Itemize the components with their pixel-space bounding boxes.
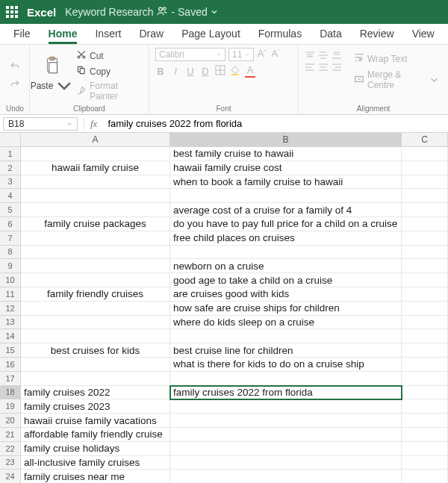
document-title[interactable]: Keyword Research - Saved (65, 5, 218, 19)
cell[interactable] (170, 456, 402, 470)
cell[interactable] (402, 386, 448, 400)
cell[interactable] (402, 175, 448, 190)
cell[interactable] (21, 147, 170, 161)
cell[interactable]: newborn on a cruise (170, 259, 402, 273)
tab-formulas[interactable]: Formulas (249, 25, 311, 44)
cell[interactable] (402, 203, 448, 217)
row-header[interactable]: 15 (0, 343, 21, 358)
cell[interactable]: affordable family friendly cruise (21, 428, 170, 442)
formula-input[interactable] (103, 117, 448, 130)
row-header[interactable]: 6 (0, 217, 21, 231)
copy-button[interactable]: Copy (73, 63, 143, 79)
cell[interactable]: family cruise packages (21, 217, 170, 231)
cell[interactable] (170, 399, 402, 414)
cell[interactable] (402, 231, 448, 246)
select-all-corner[interactable] (0, 133, 21, 147)
cell[interactable]: hawaii family cruise cost (170, 161, 402, 175)
cell[interactable] (21, 302, 170, 316)
row-header[interactable]: 2 (0, 161, 21, 175)
cell[interactable] (402, 302, 448, 316)
row-header[interactable]: 22 (0, 442, 21, 456)
cell[interactable]: family cruises near me (21, 470, 170, 483)
row-header[interactable]: 8 (0, 246, 21, 260)
cell[interactable] (402, 456, 448, 470)
cell[interactable] (402, 316, 448, 330)
cell[interactable] (21, 329, 170, 343)
fx-icon[interactable]: fx (84, 118, 103, 130)
undo-button[interactable] (7, 60, 23, 73)
cell[interactable] (402, 329, 448, 343)
cell[interactable] (402, 358, 448, 372)
cell[interactable] (170, 442, 402, 456)
tab-page-layout[interactable]: Page Layout (172, 25, 249, 44)
decrease-font-button[interactable]: Aˇ (270, 48, 281, 61)
cell[interactable] (21, 231, 170, 246)
cell[interactable] (170, 428, 402, 442)
cell[interactable] (402, 161, 448, 175)
row-header[interactable]: 14 (0, 329, 21, 343)
tab-data[interactable]: Data (311, 25, 351, 44)
underline-button[interactable]: U (185, 66, 196, 77)
row-header[interactable]: 16 (0, 358, 21, 372)
font-size-select[interactable]: 11 (228, 48, 254, 61)
column-header[interactable]: C (402, 133, 448, 147)
cell[interactable]: where do kids sleep on a cruise (170, 316, 402, 330)
cell[interactable] (170, 372, 402, 386)
cell[interactable]: are cruises good with kids (170, 287, 402, 302)
row-header[interactable]: 21 (0, 428, 21, 442)
fill-color-button[interactable] (230, 65, 240, 78)
cell[interactable]: best cruise line for children (170, 343, 402, 358)
app-launcher-icon[interactable] (6, 6, 18, 18)
cell[interactable] (21, 189, 170, 203)
cell[interactable]: best cruises for kids (21, 343, 170, 358)
format-painter-button[interactable]: Format Painter (73, 79, 143, 103)
cell[interactable] (402, 189, 448, 203)
cell[interactable] (21, 273, 170, 287)
row-header[interactable]: 10 (0, 273, 21, 287)
font-color-button[interactable]: A (245, 64, 255, 78)
cell[interactable] (21, 175, 170, 190)
cell[interactable] (170, 189, 402, 203)
cell[interactable] (402, 428, 448, 442)
row-header[interactable]: 19 (0, 399, 21, 414)
cell[interactable]: good age to take a child on a cruise (170, 273, 402, 287)
tab-review[interactable]: Review (351, 25, 403, 44)
spreadsheet-grid[interactable]: ABC1best family cruise to hawaii2hawaii … (0, 133, 448, 483)
cell[interactable] (402, 470, 448, 483)
align-right-button[interactable] (332, 63, 343, 73)
row-header[interactable]: 11 (0, 287, 21, 302)
row-header[interactable]: 20 (0, 414, 21, 428)
cut-button[interactable]: Cut (73, 48, 143, 63)
row-header[interactable]: 3 (0, 175, 21, 190)
row-header[interactable]: 18 (0, 386, 21, 400)
align-bottom-button[interactable] (332, 51, 343, 61)
row-header[interactable]: 4 (0, 189, 21, 203)
row-header[interactable]: 23 (0, 456, 21, 470)
cell[interactable] (170, 414, 402, 428)
cell[interactable] (402, 246, 448, 260)
cell[interactable] (170, 246, 402, 260)
row-header[interactable]: 5 (0, 203, 21, 217)
cell[interactable]: average cost of a cruise for a family of… (170, 203, 402, 217)
cell[interactable] (21, 372, 170, 386)
cell[interactable]: best family cruise to hawaii (170, 147, 402, 161)
cell[interactable]: what is there for kids to do on a cruise… (170, 358, 402, 372)
paste-button[interactable]: Paste (36, 48, 69, 103)
row-header[interactable]: 1 (0, 147, 21, 161)
cell[interactable]: family cruises 2023 (21, 399, 170, 414)
tab-insert[interactable]: Insert (86, 25, 130, 44)
cell[interactable]: when to book a family cruise to hawaii (170, 175, 402, 190)
bold-button[interactable]: B (155, 66, 166, 77)
cell[interactable]: do you have to pay full price for a chil… (170, 217, 402, 231)
cell[interactable] (402, 273, 448, 287)
align-middle-button[interactable] (318, 51, 330, 61)
align-center-button[interactable] (318, 63, 330, 73)
row-header[interactable]: 24 (0, 470, 21, 483)
cell[interactable] (21, 203, 170, 217)
cell[interactable]: family cruises 2022 from florida (170, 386, 402, 400)
cell[interactable]: hawaii cruise family vacations (21, 414, 170, 428)
tab-draw[interactable]: Draw (130, 25, 172, 44)
tab-home[interactable]: Home (40, 25, 87, 44)
font-name-select[interactable]: Calibri (155, 48, 225, 61)
chevron-down-icon[interactable] (211, 6, 218, 18)
